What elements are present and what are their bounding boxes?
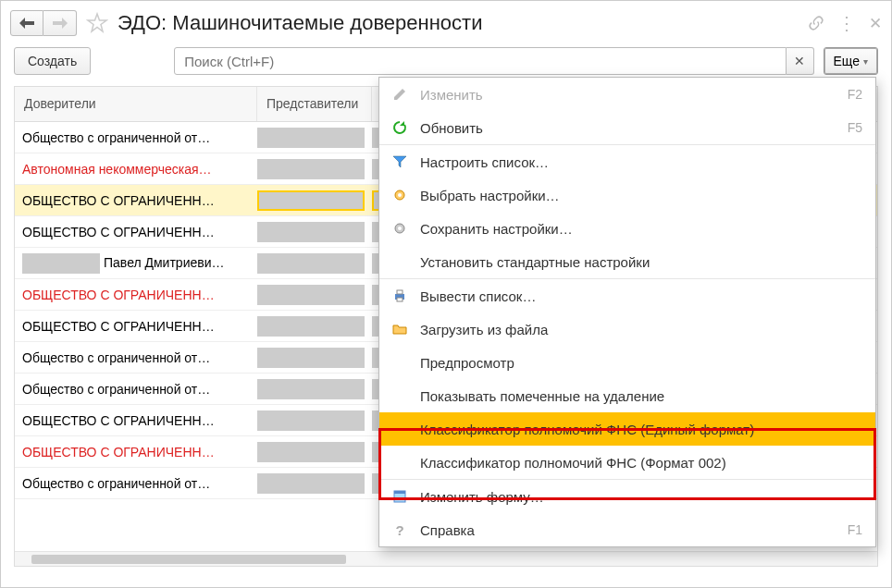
redacted-block [257,316,365,337]
column-header-principals[interactable]: Доверители [15,87,257,121]
page-title: ЭДО: Машиночитаемые доверенности [118,11,808,35]
menu-item[interactable]: Настроить список… [379,145,875,178]
arrow-left-icon [19,18,34,29]
column-header-representatives[interactable]: Представители [257,87,372,121]
menu-item[interactable]: ОбновитьF5 [379,111,875,144]
cell-principal: Павел Дмитриеви… [15,253,257,274]
menu-item-label: Выбрать настройки… [420,188,824,203]
cell-principal: Автономная некоммерческая… [15,162,257,177]
menu-item[interactable]: ?СправкаF1 [379,513,875,546]
svg-rect-8 [394,491,405,494]
horizontal-scrollbar[interactable] [15,551,877,566]
cell-principal: Общество с ограниченной от… [15,130,257,145]
menu-item[interactable]: Классификатор полномочий ФНС (Единый фор… [379,412,875,446]
back-button[interactable] [10,10,43,36]
menu-item-label: Настроить список… [420,154,824,170]
redacted-block [257,410,365,431]
menu-item-label: Установить стандартные настройки [420,254,824,270]
cell-principal: Общество с ограниченной от… [15,350,257,365]
redacted-block [257,253,365,274]
pencil-icon [379,87,420,102]
menu-item[interactable]: Сохранить настройки… [379,212,875,245]
refresh-icon [379,120,420,135]
menu-item-label: Классификатор полномочий ФНС (Формат 002… [420,455,824,471]
redacted-block [22,253,100,274]
menu-item-label: Классификатор полномочий ФНС (Единый фор… [420,422,824,437]
redacted-block [257,190,365,211]
redacted-block [257,379,365,399]
menu-item[interactable]: Предпросмотр [379,346,875,379]
cell-principal: ОБЩЕСТВО С ОГРАНИЧЕНН… [15,193,257,208]
more-dropdown-menu: ИзменитьF2ОбновитьF5Настроить список…Выб… [378,77,876,547]
cell-representative [257,473,372,494]
scroll-thumb[interactable] [31,555,346,564]
gear-open-icon [379,188,420,202]
menu-item-shortcut: F5 [824,120,875,135]
cell-representative [257,190,372,211]
favorite-star-icon[interactable] [86,12,108,34]
menu-item-label: Изменить форму… [420,489,824,505]
menu-item[interactable]: Выбрать настройки… [379,178,875,212]
forward-button[interactable] [43,10,77,36]
menu-item[interactable]: Загрузить из файла [379,312,875,346]
gear-save-icon [379,221,420,236]
cell-principal: Общество с ограниченной от… [15,476,257,491]
menu-item-shortcut: F2 [824,87,875,102]
clear-search-button[interactable]: ✕ [787,47,814,75]
cell-representative [257,285,372,305]
more-button[interactable]: Еще ▾ [824,47,879,75]
redacted-block [257,159,365,179]
filter-icon [379,154,420,169]
cell-principal: Общество с ограниченной от… [15,382,257,397]
create-button[interactable]: Создать [14,47,91,75]
cell-representative [257,410,372,431]
menu-item[interactable]: Классификатор полномочий ФНС (Формат 002… [379,446,875,479]
svg-rect-6 [397,298,403,301]
arrow-right-icon [53,18,68,29]
menu-item[interactable]: Изменить форму… [379,480,875,513]
search-input[interactable] [174,47,786,75]
menu-item[interactable]: Вывести список… [379,279,875,312]
cell-principal: ОБЩЕСТВО С ОГРАНИЧЕНН… [15,413,257,428]
svg-point-3 [398,227,402,230]
menu-item: ИзменитьF2 [379,78,875,111]
cell-representative [257,253,372,274]
redacted-block [257,348,365,368]
cell-principal: ОБЩЕСТВО С ОГРАНИЧЕНН… [15,288,257,302]
cell-representative [257,316,372,337]
cell-principal: ОБЩЕСТВО С ОГРАНИЧЕНН… [15,319,257,334]
print-icon [379,288,420,303]
cell-representative [257,348,372,368]
help-icon: ? [379,522,420,538]
svg-point-1 [398,193,402,197]
menu-item-label: Справка [420,522,824,538]
kebab-icon[interactable]: ⋮ [837,12,856,34]
menu-item[interactable]: Установить стандартные настройки [379,245,875,278]
close-icon[interactable]: ✕ [869,14,882,33]
menu-item-label: Обновить [420,120,824,136]
redacted-block [257,128,365,148]
menu-item-label: Предпросмотр [420,355,824,371]
chevron-down-icon: ▾ [863,56,868,67]
redacted-block [257,222,365,242]
cell-representative [257,442,372,462]
more-label: Еще [834,54,861,68]
menu-item-label: Сохранить настройки… [420,221,824,237]
menu-item-label: Вывести список… [420,288,824,304]
cell-principal: ОБЩЕСТВО С ОГРАНИЧЕНН… [15,225,257,239]
menu-item-shortcut: F1 [824,522,875,537]
cell-representative [257,222,372,242]
menu-item-label: Показывать помеченные на удаление [420,388,824,404]
redacted-block [257,442,365,462]
link-icon[interactable] [808,15,824,31]
form-icon [379,489,420,504]
cell-representative [257,159,372,179]
redacted-block [257,473,365,494]
cell-representative [257,128,372,148]
menu-item[interactable]: Показывать помеченные на удаление [379,379,875,412]
folder-icon [379,322,420,337]
menu-item-label: Загрузить из файла [420,322,824,337]
cell-representative [257,379,372,399]
menu-item-label: Изменить [420,87,824,103]
redacted-block [257,285,365,305]
